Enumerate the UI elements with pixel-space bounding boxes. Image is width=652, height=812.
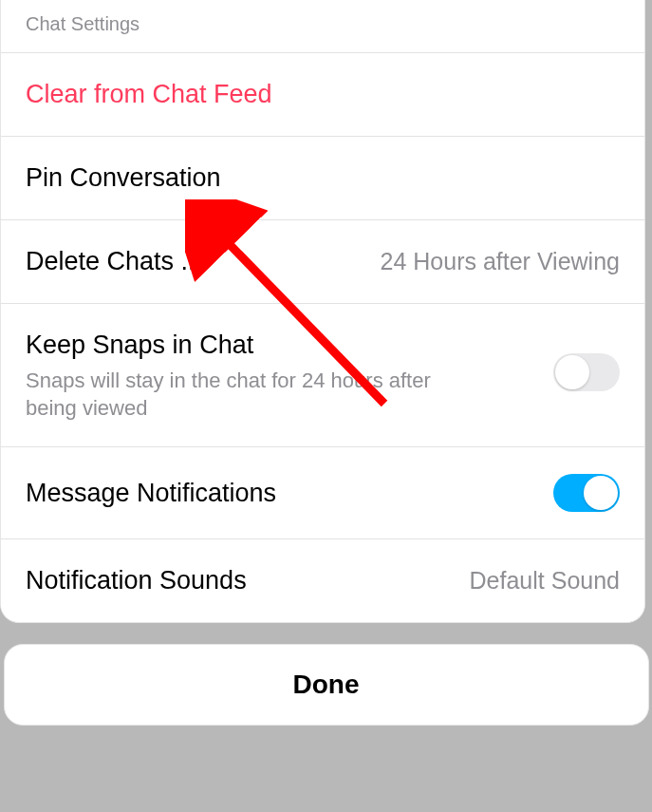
keep-snaps-text: Keep Snaps in Chat Snaps will stay in th… <box>26 330 553 422</box>
notification-sounds-label: Notification Sounds <box>26 566 247 595</box>
chat-settings-panel: Chat Settings Clear from Chat Feed Pin C… <box>0 0 645 623</box>
delete-chats-value: 24 Hours after Viewing <box>381 248 620 275</box>
message-notifications-label: Message Notifications <box>26 479 276 508</box>
section-header: Chat Settings <box>1 0 644 53</box>
done-button[interactable]: Done <box>4 644 649 726</box>
pin-conversation-row[interactable]: Pin Conversation <box>1 137 644 220</box>
delete-chats-label: Delete Chats ... <box>26 247 202 276</box>
toggle-knob <box>584 476 618 510</box>
keep-snaps-label: Keep Snaps in Chat <box>26 330 553 360</box>
notification-sounds-value: Default Sound <box>470 567 620 595</box>
toggle-knob <box>555 355 589 389</box>
gap-area <box>0 623 652 644</box>
message-notifications-row[interactable]: Message Notifications <box>1 447 644 539</box>
message-notifications-toggle[interactable] <box>553 474 620 512</box>
pin-label: Pin Conversation <box>26 163 221 193</box>
notification-sounds-row[interactable]: Notification Sounds Default Sound <box>1 539 644 622</box>
delete-chats-row[interactable]: Delete Chats ... 24 Hours after Viewing <box>1 220 644 304</box>
keep-snaps-toggle[interactable] <box>553 353 620 391</box>
clear-label: Clear from Chat Feed <box>26 80 272 109</box>
keep-snaps-row[interactable]: Keep Snaps in Chat Snaps will stay in th… <box>1 304 644 447</box>
done-label: Done <box>293 670 360 699</box>
keep-snaps-sublabel: Snaps will stay in the chat for 24 hours… <box>26 368 476 422</box>
clear-from-chat-feed-row[interactable]: Clear from Chat Feed <box>1 53 644 137</box>
